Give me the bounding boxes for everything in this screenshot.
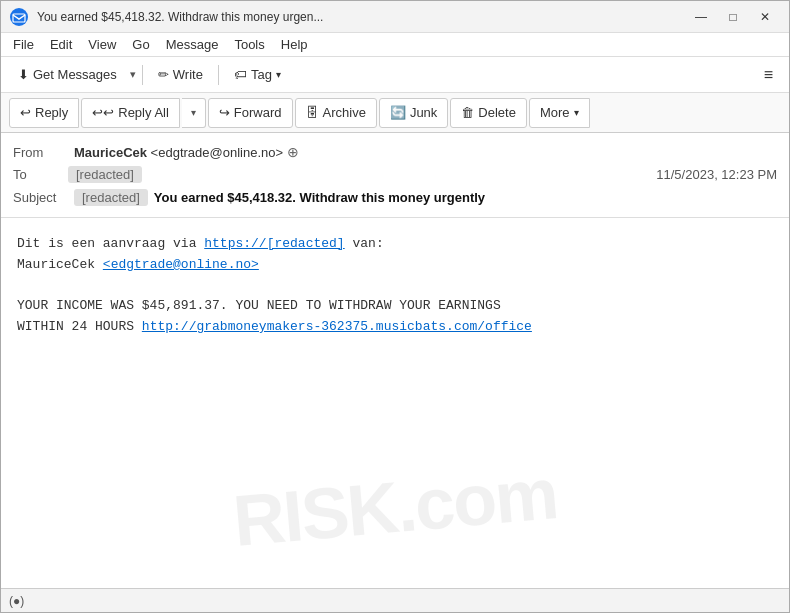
body-link1[interactable]: https://[redacted]	[204, 236, 344, 251]
title-bar-text: You earned $45,418.32. Withdraw this mon…	[37, 10, 685, 24]
security-icon[interactable]: ⊕	[287, 144, 299, 160]
body-line5: WITHIN 24 HOURS	[17, 319, 142, 334]
reply-all-button[interactable]: ↩↩ Reply All	[81, 98, 180, 128]
status-bar: (●)	[1, 588, 789, 612]
delete-button[interactable]: 🗑 Delete	[450, 98, 527, 128]
junk-label: Junk	[410, 105, 437, 120]
window-controls: — □ ✕	[685, 6, 781, 28]
more-label: More	[540, 105, 570, 120]
menu-bar: File Edit View Go Message Tools Help	[1, 33, 789, 57]
more-button[interactable]: More ▾	[529, 98, 590, 128]
delete-icon: 🗑	[461, 105, 474, 120]
close-button[interactable]: ✕	[749, 6, 781, 28]
menu-view[interactable]: View	[80, 35, 124, 54]
reply-icon: ↩	[20, 105, 31, 120]
tag-label: Tag	[251, 67, 272, 82]
subject-label: Subject	[13, 190, 68, 205]
from-label: From	[13, 145, 68, 160]
tag-icon: 🏷	[234, 67, 247, 82]
more-dropdown-icon: ▾	[574, 107, 579, 118]
body-paragraph-1: Dit is een aanvraag via https://[redacte…	[17, 234, 773, 255]
forward-label: Forward	[234, 105, 282, 120]
status-icon: (●)	[9, 594, 24, 608]
toolbar-top: ⬇ Get Messages ▾ ✏ Write 🏷 Tag ▾ ≡	[1, 57, 789, 93]
toolbar-actions: ↩ Reply ↩↩ Reply All ▾ ↪ Forward 🗄 Archi…	[1, 93, 789, 133]
to-label: To	[13, 167, 68, 182]
junk-icon: 🔄	[390, 105, 406, 120]
menu-go[interactable]: Go	[124, 35, 157, 54]
reply-all-icon: ↩↩	[92, 105, 114, 120]
minimize-button[interactable]: —	[685, 6, 717, 28]
body-link3[interactable]: http://grabmoneymakers-362375.musicbats.…	[142, 319, 532, 334]
body-line2: MauriceCek	[17, 257, 103, 272]
subject-prefix: [redacted]	[74, 189, 148, 206]
subject-row: Subject [redacted] You earned $45,418.32…	[13, 186, 777, 209]
body-paragraph-3: YOUR INCOME WAS $45,891.37. YOU NEED TO …	[17, 296, 773, 317]
archive-button[interactable]: 🗄 Archive	[295, 98, 377, 128]
from-value: MauriceCek <edgtrade@online.no> ⊕	[74, 144, 777, 160]
dropdown-icon[interactable]: ▾	[130, 68, 136, 81]
main-window: You earned $45,418.32. Withdraw this mon…	[0, 0, 790, 613]
menu-tools[interactable]: Tools	[226, 35, 272, 54]
junk-button[interactable]: 🔄 Junk	[379, 98, 448, 128]
delete-label: Delete	[478, 105, 516, 120]
write-button[interactable]: ✏ Write	[149, 63, 212, 86]
separator-2	[218, 65, 219, 85]
from-email: <edgtrade@online.no>	[151, 145, 283, 160]
body-paragraph-2: MauriceCek <edgtrade@online.no>	[17, 255, 773, 276]
archive-icon: 🗄	[306, 105, 319, 120]
hamburger-menu-button[interactable]: ≡	[756, 63, 781, 87]
body-line4: YOUR INCOME WAS $45,891.37. YOU NEED TO …	[17, 298, 501, 313]
maximize-button[interactable]: □	[717, 6, 749, 28]
from-row: From MauriceCek <edgtrade@online.no> ⊕	[13, 141, 777, 163]
tag-button[interactable]: 🏷 Tag ▾	[225, 63, 290, 86]
title-bar: You earned $45,418.32. Withdraw this mon…	[1, 1, 789, 33]
email-header: From MauriceCek <edgtrade@online.no> ⊕ T…	[1, 133, 789, 218]
body-line1: Dit is een aanvraag via	[17, 236, 204, 251]
get-messages-label: Get Messages	[33, 67, 117, 82]
reply-all-label: Reply All	[118, 105, 169, 120]
email-date: 11/5/2023, 12:23 PM	[656, 167, 777, 182]
to-row: To [redacted] 11/5/2023, 12:23 PM	[13, 163, 777, 186]
body-line1-suffix: van:	[345, 236, 384, 251]
get-messages-icon: ⬇	[18, 67, 29, 82]
menu-message[interactable]: Message	[158, 35, 227, 54]
archive-label: Archive	[323, 105, 366, 120]
reply-label: Reply	[35, 105, 68, 120]
email-body-text: Dit is een aanvraag via https://[redacte…	[17, 234, 773, 338]
menu-file[interactable]: File	[5, 35, 42, 54]
app-icon	[9, 7, 29, 27]
forward-button[interactable]: ↪ Forward	[208, 98, 293, 128]
reply-button[interactable]: ↩ Reply	[9, 98, 79, 128]
email-body: Dit is een aanvraag via https://[redacte…	[1, 218, 789, 588]
get-messages-button[interactable]: ⬇ Get Messages	[9, 63, 126, 86]
tag-dropdown-icon: ▾	[276, 69, 281, 80]
reply-dropdown-arrow[interactable]: ▾	[182, 98, 206, 128]
from-name: MauriceCek	[74, 145, 147, 160]
body-link2[interactable]: <edgtrade@online.no>	[103, 257, 259, 272]
menu-help[interactable]: Help	[273, 35, 316, 54]
to-value: [redacted]	[68, 166, 142, 183]
menu-edit[interactable]: Edit	[42, 35, 80, 54]
write-label: Write	[173, 67, 203, 82]
write-icon: ✏	[158, 67, 169, 82]
forward-icon: ↪	[219, 105, 230, 120]
body-paragraph-4: WITHIN 24 HOURS http://grabmoneymakers-3…	[17, 317, 773, 338]
watermark: RISK.com	[230, 452, 560, 562]
separator-1	[142, 65, 143, 85]
subject-text: You earned $45,418.32. Withdraw this mon…	[154, 190, 485, 205]
